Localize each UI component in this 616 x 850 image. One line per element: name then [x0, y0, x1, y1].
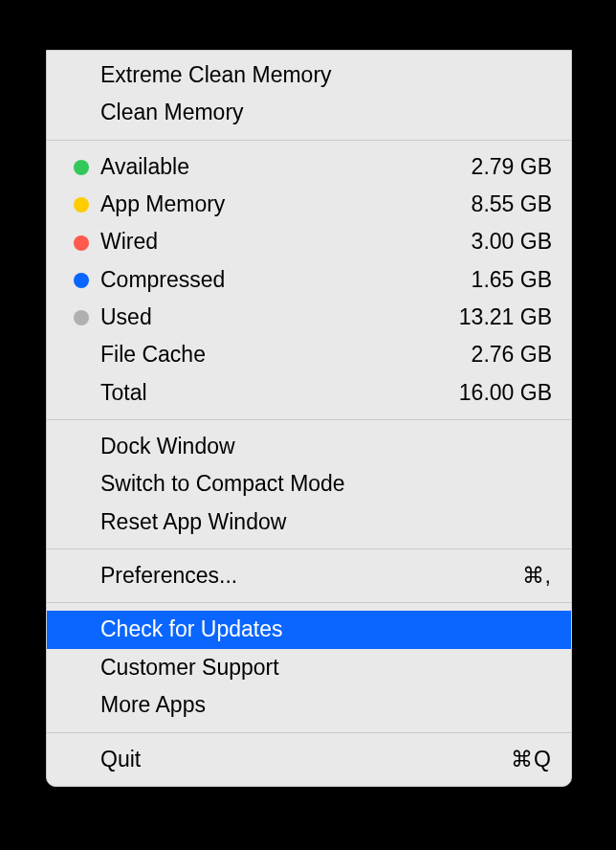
- menu-item-customer-support[interactable]: Customer Support: [47, 649, 571, 686]
- stat-wired: Wired 3.00 GB: [47, 223, 571, 260]
- menu-item-extreme-clean-memory[interactable]: Extreme Clean Memory: [47, 56, 571, 94]
- menu-item-quit[interactable]: Quit ⌘Q: [47, 741, 571, 778]
- dot-icon: [74, 273, 89, 288]
- menu-item-label: Quit: [100, 744, 141, 775]
- stat-label: Total: [100, 377, 147, 409]
- stat-used: Used 13.21 GB: [47, 299, 571, 336]
- dot-icon: [74, 310, 89, 325]
- stat-label: Wired: [100, 226, 158, 257]
- shortcut: ⌘Q: [511, 744, 552, 775]
- menu-item-dock-window[interactable]: Dock Window: [47, 428, 571, 465]
- menu-item-label: Customer Support: [100, 652, 279, 683]
- stat-label: File Cache: [100, 339, 206, 370]
- menu-item-label: Dock Window: [100, 431, 235, 462]
- dot-icon: [74, 160, 89, 175]
- menu-item-reset-window[interactable]: Reset App Window: [47, 503, 571, 541]
- stat-compressed: Compressed 1.65 GB: [47, 261, 571, 299]
- menu-item-label: Preferences...: [100, 560, 237, 592]
- separator: [47, 732, 571, 733]
- dot-icon: [74, 235, 89, 251]
- menu-item-preferences[interactable]: Preferences... ⌘,: [47, 557, 571, 594]
- stat-value: 13.21 GB: [459, 302, 552, 333]
- menu-item-label: Reset App Window: [100, 506, 286, 538]
- stat-value: 2.76 GB: [472, 339, 552, 370]
- stat-total: Total 16.00 GB: [47, 374, 571, 412]
- menu-item-check-updates[interactable]: Check for Updates: [47, 611, 571, 648]
- separator: [47, 602, 571, 603]
- menu-item-switch-compact[interactable]: Switch to Compact Mode: [47, 465, 571, 503]
- menu-item-label: More Apps: [100, 689, 206, 721]
- shortcut: ⌘,: [522, 560, 552, 592]
- stat-file-cache: File Cache 2.76 GB: [47, 336, 571, 373]
- stat-label: Used: [100, 302, 152, 333]
- separator: [47, 548, 571, 549]
- stat-available: Available 2.79 GB: [47, 148, 571, 186]
- menu-item-label: Check for Updates: [100, 614, 282, 645]
- stat-value: 2.79 GB: [472, 151, 552, 183]
- stat-value: 16.00 GB: [459, 377, 552, 409]
- separator: [47, 140, 571, 141]
- dot-icon: [74, 197, 89, 212]
- stat-label: Available: [100, 151, 189, 183]
- stat-label: Compressed: [100, 264, 225, 296]
- menu-item-more-apps[interactable]: More Apps: [47, 686, 571, 724]
- menu-item-label: Switch to Compact Mode: [100, 468, 345, 500]
- menu-item-clean-memory[interactable]: Clean Memory: [47, 94, 571, 131]
- stat-value: 3.00 GB: [472, 226, 552, 257]
- stat-value: 8.55 GB: [472, 189, 552, 220]
- separator: [47, 419, 571, 420]
- menu: Extreme Clean Memory Clean Memory Availa…: [46, 50, 572, 787]
- menu-item-label: Extreme Clean Memory: [100, 59, 332, 91]
- stat-app-memory: App Memory 8.55 GB: [47, 186, 571, 223]
- menu-item-label: Clean Memory: [100, 97, 244, 128]
- stat-label: App Memory: [100, 189, 225, 220]
- stat-value: 1.65 GB: [472, 264, 552, 296]
